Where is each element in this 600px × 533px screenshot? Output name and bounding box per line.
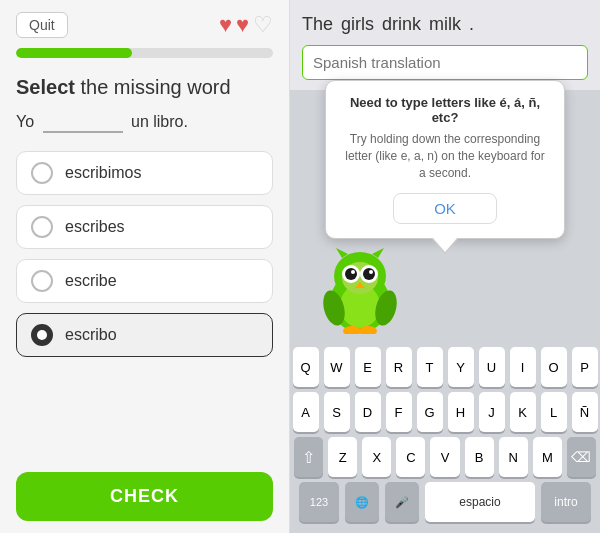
option-3[interactable]: escribe (16, 259, 273, 303)
right-panel: The girls drink milk . Need to type lett… (290, 0, 600, 533)
options-list: escribimos escribes escribe escribo (16, 151, 273, 458)
radio-1 (31, 162, 53, 184)
sentence: Yo un libro. (16, 113, 273, 133)
instruction-strong: Select (16, 76, 75, 98)
tooltip-box: Need to type letters like é, á, ñ, etc? … (325, 80, 565, 239)
quit-button[interactable]: Quit (16, 12, 68, 38)
option-2[interactable]: escribes (16, 205, 273, 249)
check-button[interactable]: Check (16, 472, 273, 521)
heart-3: ♡ (253, 12, 273, 38)
hearts-container: ♥ ♥ ♡ (219, 12, 273, 38)
option-4[interactable]: escribo (16, 313, 273, 357)
option-1[interactable]: escribimos (16, 151, 273, 195)
tooltip-title: Need to type letters like é, á, ñ, etc? (342, 95, 548, 125)
progress-bar-fill (16, 48, 132, 58)
radio-2 (31, 216, 53, 238)
option-label-2: escribes (65, 218, 125, 236)
heart-2: ♥ (236, 12, 249, 38)
left-panel: Quit ♥ ♥ ♡ Select the missing word Yo un… (0, 0, 290, 533)
sentence-prefix: Yo (16, 113, 39, 130)
option-label-4: escribo (65, 326, 117, 344)
instruction-suffix: the missing word (75, 76, 231, 98)
tooltip-ok-button[interactable]: OK (393, 193, 497, 224)
radio-3 (31, 270, 53, 292)
instruction: Select the missing word (16, 76, 273, 99)
blank (43, 113, 123, 133)
option-label-3: escribe (65, 272, 117, 290)
radio-inner-4 (37, 330, 47, 340)
sentence-suffix: un libro. (127, 113, 188, 130)
progress-bar-container (16, 48, 273, 58)
tooltip-overlay: Need to type letters like é, á, ñ, etc? … (290, 0, 600, 533)
heart-1: ♥ (219, 12, 232, 38)
tooltip-body: Try holding down the corresponding lette… (342, 131, 548, 181)
top-bar: Quit ♥ ♥ ♡ (16, 12, 273, 38)
option-label-1: escribimos (65, 164, 141, 182)
radio-4 (31, 324, 53, 346)
